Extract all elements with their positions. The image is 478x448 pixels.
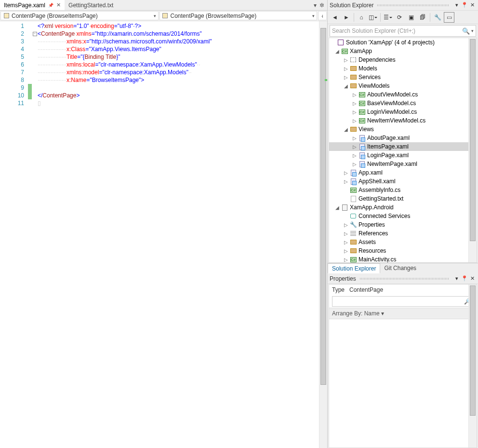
- switch-views-icon[interactable]: ◫: [368, 12, 378, 23]
- expand-icon[interactable]: ▷: [343, 75, 349, 80]
- back-icon[interactable]: ◄: [330, 12, 340, 23]
- home-icon[interactable]: ⌂: [356, 12, 367, 23]
- solution-search-input[interactable]: Search Solution Explorer (Ctrl+;) 🔍 ▾: [330, 25, 476, 37]
- tab-settings-icon[interactable]: ✲: [319, 2, 325, 9]
- filter-icon[interactable]: ☰: [383, 12, 393, 23]
- pin-icon[interactable]: 📍: [461, 2, 468, 8]
- close-icon[interactable]: ✕: [56, 2, 61, 8]
- expand-icon[interactable]: ▷: [343, 257, 349, 262]
- nav-scope-combo[interactable]: ContentPage (BrowseItemsPage) ▾: [0, 11, 159, 20]
- close-icon[interactable]: ✕: [468, 275, 476, 282]
- tree-item[interactable]: AboutPage.xaml: [367, 135, 410, 141]
- tree-item[interactable]: Services: [358, 74, 381, 81]
- forward-icon[interactable]: ►: [341, 12, 352, 23]
- tree-item[interactable]: AssemblyInfo.cs: [358, 187, 400, 193]
- expand-icon[interactable]: ◢: [334, 205, 341, 210]
- properties-panel: Type ContentPage 🔎 Arrange By: Name ▾: [329, 284, 477, 448]
- tab-git-changes[interactable]: Git Changes: [380, 263, 420, 273]
- properties-vscrollbar[interactable]: [468, 285, 477, 448]
- expand-icon[interactable]: ◢: [343, 83, 349, 89]
- tree-item[interactable]: Models: [358, 65, 377, 72]
- tree-vscrollbar[interactable]: [468, 38, 477, 262]
- tab-solution-explorer[interactable]: Solution Explorer: [328, 263, 380, 273]
- tree-item[interactable]: BaseViewModel.cs: [367, 100, 416, 107]
- tree-item[interactable]: LoginViewModel.cs: [367, 109, 417, 115]
- tree-item[interactable]: NewItemViewModel.cs: [367, 117, 425, 124]
- tree-item[interactable]: Assets: [358, 239, 376, 245]
- pin-icon[interactable]: 📍: [461, 275, 468, 282]
- expand-icon[interactable]: ▷: [343, 170, 349, 176]
- search-icon[interactable]: 🔍: [462, 27, 470, 35]
- panel-menu-icon[interactable]: ▾: [453, 2, 461, 8]
- prop-type-label: Type: [332, 286, 345, 293]
- tree-item[interactable]: MainActivity.cs: [358, 256, 396, 263]
- split-editor-icon[interactable]: ⫞: [318, 11, 327, 20]
- expand-icon[interactable]: ▷: [343, 66, 349, 71]
- expand-icon[interactable]: ▷: [351, 92, 358, 97]
- tree-item[interactable]: NewItemPage.xaml: [367, 161, 417, 167]
- tree-item[interactable]: Resources: [358, 247, 386, 254]
- tree-item[interactable]: ViewModels: [358, 82, 389, 89]
- tree-item[interactable]: AboutViewModel.cs: [367, 91, 418, 98]
- collapse-all-icon[interactable]: ▣: [406, 12, 416, 23]
- tree-item[interactable]: AppShell.xaml: [358, 178, 396, 185]
- expand-icon[interactable]: ▷: [343, 231, 349, 236]
- search-placeholder: Search Solution Explorer (Ctrl+;): [332, 27, 415, 34]
- document-tabbar: ItemsPage.xaml 📌 ✕ GettingStarted.txt ▾ …: [0, 0, 327, 11]
- expand-icon[interactable]: ▷: [343, 57, 349, 63]
- properties-search-input[interactable]: 🔎: [332, 296, 474, 307]
- fold-toggle-icon[interactable]: −: [33, 32, 37, 36]
- pin-icon[interactable]: 📌: [48, 3, 53, 8]
- expand-icon[interactable]: ▷: [351, 109, 358, 115]
- expand-icon[interactable]: ◢: [343, 127, 349, 132]
- expand-icon[interactable]: ◢: [334, 49, 341, 54]
- show-all-files-icon[interactable]: 🗐: [417, 12, 428, 23]
- solution-tree[interactable]: Solution 'XamApp' (4 of 4 projects) ◢C#X…: [329, 38, 477, 263]
- tab-label: ItemsPage.xaml: [4, 2, 45, 9]
- solution-explorer-header: Solution Explorer ▾ 📍 ✕: [328, 0, 478, 11]
- tree-item[interactable]: Connected Services: [358, 213, 410, 219]
- panel-menu-icon[interactable]: ▾: [453, 275, 461, 282]
- project-node[interactable]: XamApp.Android: [350, 204, 394, 211]
- panel-title: Properties: [330, 275, 356, 282]
- nav-scope-label: ContentPage (BrowseItemsPage): [12, 13, 98, 19]
- tab-label: GettingStarted.txt: [68, 2, 113, 9]
- expand-icon[interactable]: ▷: [351, 101, 358, 106]
- expand-icon[interactable]: ▷: [351, 162, 358, 167]
- prop-type-value: ContentPage: [349, 286, 383, 293]
- tab-itemspage[interactable]: ItemsPage.xaml 📌 ✕: [0, 0, 65, 10]
- expand-icon[interactable]: ▷: [351, 118, 358, 123]
- close-icon[interactable]: ✕: [468, 2, 476, 8]
- tree-item[interactable]: LoginPage.xaml: [367, 152, 409, 159]
- tree-item[interactable]: References: [358, 230, 388, 237]
- tab-dropdown-icon[interactable]: ▾: [313, 2, 318, 9]
- arrange-by-button[interactable]: Arrange By: Name ▾: [329, 308, 477, 319]
- nav-member-label: ContentPage (BrowseItemsPage): [171, 13, 257, 19]
- chevron-down-icon[interactable]: ▾: [471, 28, 474, 33]
- tree-item[interactable]: Dependencies: [358, 56, 396, 63]
- expand-icon[interactable]: ▷: [343, 240, 349, 245]
- code-editor[interactable]: <?xml·version="1.0"·encoding="utf-8"·?><…: [38, 21, 319, 448]
- tree-item[interactable]: GettingStarted.txt: [358, 195, 403, 202]
- expand-icon[interactable]: ▷: [351, 144, 358, 149]
- nav-bar: ContentPage (BrowseItemsPage) ▾ ContentP…: [0, 11, 327, 21]
- editor-vscrollbar[interactable]: [319, 21, 327, 448]
- nav-member-combo[interactable]: ContentPage (BrowseItemsPage) ▾: [159, 11, 318, 20]
- expand-icon[interactable]: ▷: [343, 248, 349, 254]
- tree-item[interactable]: Properties: [358, 221, 385, 228]
- expand-icon[interactable]: ▷: [351, 136, 358, 141]
- properties-icon[interactable]: 🔧: [432, 12, 443, 23]
- expand-icon[interactable]: ▷: [351, 153, 358, 158]
- tab-gettingstarted[interactable]: GettingStarted.txt: [65, 0, 117, 10]
- tree-item-selected[interactable]: ItemsPage.xaml: [367, 143, 409, 150]
- preview-icon[interactable]: ▭: [444, 12, 454, 23]
- wrench-icon: 🔧: [349, 221, 357, 229]
- solution-node[interactable]: Solution 'XamApp' (4 of 4 projects): [346, 39, 435, 46]
- sync-icon[interactable]: ⟳: [394, 12, 405, 23]
- fold-gutter: −: [32, 21, 38, 448]
- expand-icon[interactable]: ▷: [343, 222, 349, 228]
- tree-item[interactable]: Views: [358, 126, 374, 133]
- project-node[interactable]: XamApp: [350, 48, 372, 54]
- tree-item[interactable]: App.xaml: [358, 169, 383, 176]
- expand-icon[interactable]: ▷: [343, 179, 349, 184]
